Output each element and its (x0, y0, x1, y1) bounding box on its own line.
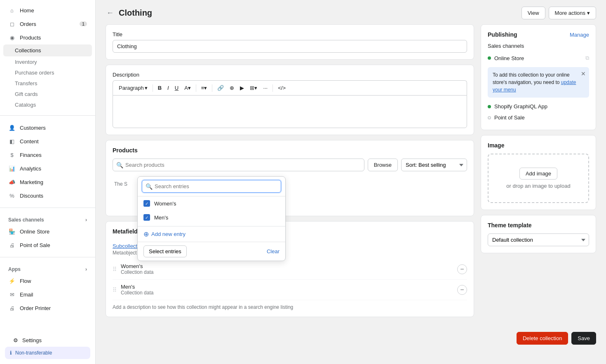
sidebar-item-home[interactable]: ⌂ Home (3, 4, 92, 17)
remove-womens-btn[interactable]: − (457, 264, 467, 274)
channel-pos: Point of Sale (488, 112, 589, 123)
theme-template-card: Theme template Default collection (481, 215, 596, 253)
mens-checkbox[interactable]: ✓ (143, 214, 150, 221)
products-search-input[interactable] (113, 159, 364, 171)
finances-icon: $ (8, 151, 16, 159)
customers-icon: 👤 (8, 124, 16, 131)
drag-handle-mens[interactable]: ⠿ (113, 287, 117, 293)
manage-link[interactable]: Manage (570, 32, 589, 38)
womens-checkbox[interactable]: ✓ (143, 200, 150, 207)
channel-graphiql: Shopify GraphiQL App (488, 101, 589, 112)
view-button[interactable]: View (521, 7, 545, 19)
online-store-name: Online Store (494, 55, 524, 61)
description-area[interactable] (113, 95, 467, 128)
sidebar-item-flow[interactable]: ⚡ Flow (3, 274, 92, 287)
sidebar-item-transfers[interactable]: Transfers (15, 78, 92, 89)
sidebar-item-finances[interactable]: $ Finances (3, 148, 92, 161)
seo-note: Add a description to see how this collec… (113, 300, 467, 310)
sidebar-item-settings[interactable]: ⚙ Settings (8, 334, 87, 346)
orders-icon: ◻ (8, 20, 16, 28)
sidebar-item-marketing[interactable]: 📣 Marketing (3, 175, 92, 189)
underline-btn[interactable]: U (172, 83, 181, 93)
sidebar-item-inventory[interactable]: Inventory (15, 57, 92, 67)
more-formats-btn[interactable]: ··· (261, 83, 270, 93)
dropdown-search-icon: 🔍 (146, 183, 153, 190)
sidebar: ⌂ Home ◻ Orders 1 ◉ Products Collections… (0, 0, 96, 364)
delete-collection-button[interactable]: Delete collection (517, 332, 568, 345)
sort-select[interactable]: Sort: Best selling Title A-Z Title Z-A (401, 159, 467, 171)
image-card: Image Add image or drop an image to uplo… (481, 135, 596, 210)
italic-btn[interactable]: I (165, 83, 171, 93)
entry-info-womens: Women's Collection data (121, 263, 453, 275)
copy-icon[interactable]: ⧉ (585, 55, 589, 61)
select-entries-button[interactable]: Select entries (143, 245, 187, 257)
sidebar-item-online-store[interactable]: 🏪 Online Store (3, 225, 92, 238)
sidebar-item-content[interactable]: ◧ Content (3, 135, 92, 148)
dropdown-search-input[interactable] (142, 180, 281, 193)
products-card: Products 🔍 Browse Sort: Best selling Tit… (106, 140, 474, 216)
sidebar-item-orders[interactable]: ◻ Orders 1 (3, 17, 92, 30)
sidebar-item-purchase-orders[interactable]: Purchase orders (15, 68, 92, 78)
play-btn[interactable]: ▶ (237, 83, 247, 93)
back-button[interactable]: ← (106, 8, 115, 18)
toolbar-divider-4 (272, 84, 273, 92)
drag-handle-womens[interactable]: ⠿ (113, 266, 117, 273)
image-dropzone[interactable]: Add image or drop an image to upload (488, 154, 589, 203)
embed-btn[interactable]: ⊕ (227, 83, 237, 93)
alert-box: ✕ To add this collection to your online … (488, 67, 589, 98)
dropdown-search-wrap: 🔍 (138, 177, 285, 196)
title-label: Title (113, 31, 467, 37)
orders-badge: 1 (80, 21, 87, 26)
publishing-card: Publishing Manage Sales channels Online … (481, 24, 596, 130)
online-store-icon: 🏪 (8, 228, 16, 235)
clear-button[interactable]: Clear (267, 248, 280, 254)
dropdown-overlay: The S 🔍 ✓ Women's ✓ (113, 176, 467, 209)
description-card: Description Paragraph ▾ B I U A▾ ≡▾ 🔗 ⊕ (106, 65, 474, 135)
browse-button[interactable]: Browse (368, 159, 398, 171)
sidebar-item-point-of-sale[interactable]: 🖨 Point of Sale (3, 238, 92, 252)
align-btn[interactable]: ≡▾ (199, 83, 210, 93)
metafields-entry-womens: ⠿ Women's Collection data − (113, 259, 467, 280)
mens-entry-sub: Collection data (121, 290, 453, 296)
bottom-actions: Delete collection Save (96, 327, 606, 350)
apps-header[interactable]: Apps › (0, 262, 95, 274)
sidebar-item-collections[interactable]: Collections (3, 44, 92, 56)
link-btn[interactable]: 🔗 (215, 83, 226, 93)
sidebar-item-products[interactable]: ◉ Products (3, 31, 92, 44)
dropdown-item-womens[interactable]: ✓ Women's (138, 196, 285, 210)
paragraph-btn[interactable]: Paragraph ▾ (116, 83, 150, 93)
sidebar-item-catalogs[interactable]: Catalogs (15, 100, 92, 110)
mens-entry-title: Men's (121, 284, 453, 290)
sales-channels-arrow: › (85, 217, 87, 223)
sidebar-item-customers[interactable]: 👤 Customers (3, 121, 92, 134)
add-new-entry-btn[interactable]: ⊕ Add new entry (138, 226, 285, 242)
theme-template-select[interactable]: Default collection (488, 233, 589, 246)
sales-channels-header[interactable]: Sales channels › (0, 213, 95, 224)
bold-btn[interactable]: B (155, 83, 164, 93)
save-button[interactable]: Save (571, 332, 596, 345)
title-input[interactable] (113, 40, 467, 53)
sidebar-item-discounts[interactable]: % Discounts (3, 189, 92, 202)
font-color-btn[interactable]: A▾ (182, 83, 193, 93)
dropdown-item-mens[interactable]: ✓ Men's (138, 210, 285, 224)
code-btn[interactable]: </> (275, 83, 288, 93)
theme-template-title: Theme template (488, 222, 589, 229)
toolbar-divider-2 (196, 84, 196, 92)
channel-online-store: Online Store ⧉ (488, 52, 589, 64)
search-wrap: 🔍 (113, 159, 364, 171)
remove-mens-btn[interactable]: − (457, 285, 467, 295)
add-image-btn[interactable]: Add image (519, 168, 557, 180)
sidebar-item-order-printer[interactable]: 🖨 Order Printer (3, 301, 92, 315)
plus-icon: ⊕ (143, 230, 149, 238)
entry-info-mens: Men's Collection data (121, 284, 453, 296)
info-icon: ℹ (10, 350, 12, 356)
sidebar-item-email[interactable]: ✉ Email (3, 288, 92, 301)
sidebar-item-gift-cards[interactable]: Gift cards (15, 89, 92, 99)
table-btn[interactable]: ⊞▾ (247, 83, 260, 93)
order-printer-icon: 🖨 (8, 304, 16, 312)
sidebar-item-analytics[interactable]: 📊 Analytics (3, 162, 92, 175)
products-header: 🔍 Browse Sort: Best selling Title A-Z Ti… (113, 159, 467, 171)
more-actions-button[interactable]: More actions ▾ (549, 7, 596, 19)
alert-close-btn[interactable]: ✕ (581, 70, 586, 77)
home-icon: ⌂ (8, 7, 16, 14)
